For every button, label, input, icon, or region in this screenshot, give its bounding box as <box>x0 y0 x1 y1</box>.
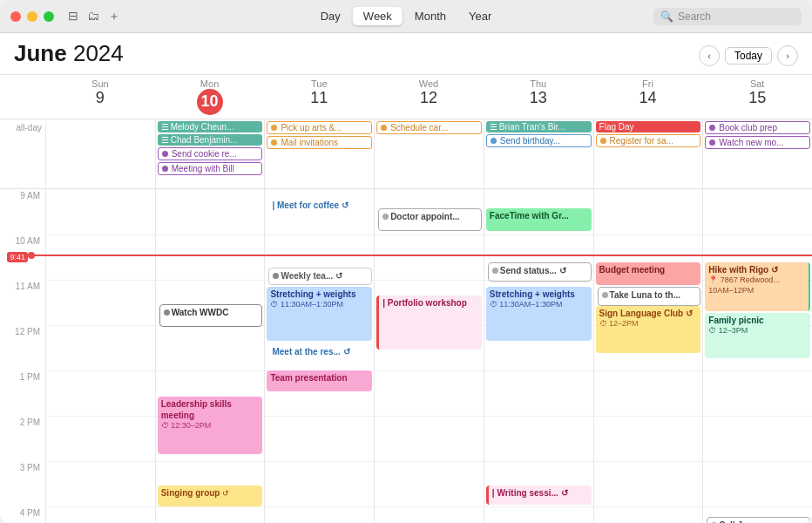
event-budget-meeting[interactable]: Budget meeting <box>596 262 701 285</box>
day-view-button[interactable]: Day <box>310 7 351 25</box>
day-col-tue: | Meet for coffee ↺ Weekly tea... ↺ Stre… <box>264 189 374 523</box>
calendar-dot-icon: ☰ <box>161 122 169 132</box>
day-header-thu: Thu 13 <box>484 75 593 119</box>
event-meet-at-res[interactable]: Meet at the res... ↺ <box>268 344 372 362</box>
titlebar-right: 🔍 Search <box>653 8 802 25</box>
time-label-3pm: 3 PM <box>0 461 45 506</box>
year-view-button[interactable]: Year <box>458 7 502 25</box>
current-time-indicator: 9:41 <box>0 248 812 263</box>
calendar-header: June 2024 ‹ Today › <box>0 33 812 75</box>
sidebar-toggle-icon[interactable]: ⊟ <box>68 9 78 24</box>
dot-icon <box>381 125 387 131</box>
allday-event[interactable]: Flag Day <box>596 121 701 132</box>
event-singing-group[interactable]: Singing group ↺ <box>158 486 263 506</box>
allday-event[interactable]: ☰ Chad Benjamin... <box>158 134 263 146</box>
dot-icon <box>162 166 168 172</box>
allday-event[interactable]: Watch new mo... <box>705 136 810 149</box>
event-watch-wwdc[interactable]: Watch WWDC <box>159 304 263 327</box>
allday-event[interactable]: Pick up arts &... <box>267 121 372 134</box>
hour-line <box>375 461 484 462</box>
hour-line <box>265 461 374 462</box>
hour-line <box>703 416 812 417</box>
event-stretching-weights-tue[interactable]: Stretching + weights ⏱ 11:30AM–1:30PM <box>267 287 372 341</box>
event-sign-language[interactable]: Sign Language Club ↺ ⏱ 12–2PM <box>596 306 701 353</box>
hour-line <box>265 234 374 235</box>
event-hike-with-rigo[interactable]: Hike with Rigo ↺ 📍 7867 Redwood... 10AM–… <box>705 262 810 311</box>
event-doctor-appoint[interactable]: Doctor appoint... <box>378 208 482 231</box>
zoom-button[interactable] <box>44 11 54 22</box>
event-send-status[interactable]: Send status... ↺ <box>488 262 592 282</box>
allday-thu: ☰ Brian Tran's Bir... Send birthday... <box>484 119 593 188</box>
event-stretching-weights-thu[interactable]: Stretching + weights ⏱ 11:30AM–1:30PM <box>486 287 592 341</box>
event-call-jenny[interactable]: Call Jenny <box>707 517 810 523</box>
day-col-mon: Watch WWDC Leadership skills meeting ⏱ 1… <box>155 189 265 523</box>
hour-line <box>156 461 265 462</box>
allday-event[interactable]: ☰ Brian Tran's Bir... <box>486 121 592 132</box>
hour-line <box>46 280 155 281</box>
hour-line <box>703 370 812 371</box>
event-family-picnic[interactable]: Family picnic ⏱ 12–3PM <box>705 313 810 358</box>
search-box[interactable]: 🔍 Search <box>653 8 802 25</box>
time-label-9am: 9 AM <box>0 189 45 234</box>
time-badge: 9:41 <box>7 252 28 262</box>
hour-line <box>156 280 265 281</box>
next-week-button[interactable]: › <box>777 45 798 66</box>
month-year-title: June 2024 <box>14 40 124 67</box>
hour-line <box>594 506 703 507</box>
week-view-button[interactable]: Week <box>353 7 403 25</box>
allday-mon: ☰ Melody Cheun... ☰ Chad Benjamin... Sen… <box>155 119 265 188</box>
allday-event[interactable]: Book club prep <box>705 121 810 134</box>
allday-sat: Book club prep Watch new mo... <box>702 119 812 188</box>
event-facetime[interactable]: FaceTime with Gr... <box>486 208 592 231</box>
titlebar: ⊟ 🗂 ＋ Day Week Month Year 🔍 Search <box>0 0 812 33</box>
event-team-presentation[interactable]: Team presentation <box>267 370 372 391</box>
event-meet-for-coffee[interactable]: | Meet for coffee ↺ <box>268 198 372 215</box>
calendar-window: ⊟ 🗂 ＋ Day Week Month Year 🔍 Search June … <box>0 0 812 523</box>
search-icon: 🔍 <box>660 10 673 23</box>
add-event-icon[interactable]: ＋ <box>108 9 120 24</box>
time-label-1pm: 1 PM <box>0 370 45 416</box>
event-dot <box>273 273 279 279</box>
allday-event[interactable]: Mail invitations <box>267 136 372 149</box>
allday-event[interactable]: Send cookie re... <box>158 147 263 160</box>
minimize-button[interactable] <box>27 11 37 22</box>
today-button[interactable]: Today <box>725 47 772 65</box>
event-leadership-meeting[interactable]: Leadership skills meeting ⏱ 12:30–2PM <box>158 397 263 454</box>
allday-event[interactable]: ☰ Melody Cheun... <box>158 121 263 132</box>
hour-line <box>375 234 484 235</box>
hour-line <box>594 370 703 371</box>
event-take-luna[interactable]: Take Luna to th... <box>598 287 701 306</box>
event-writing-session[interactable]: | Writing sessi... ↺ <box>486 486 592 505</box>
hour-line <box>484 234 593 235</box>
allday-event[interactable]: Send birthday... <box>486 134 592 147</box>
inbox-icon[interactable]: 🗂 <box>87 9 99 24</box>
dot-icon <box>271 125 277 131</box>
time-labels: 9 AM 10 AM 11 AM 12 PM 1 PM 2 PM 3 PM 4 … <box>0 189 45 523</box>
hour-line <box>703 461 812 462</box>
close-button[interactable] <box>10 11 21 22</box>
dot-icon <box>709 125 715 131</box>
day-headers: Sun 9 Mon 10 Tue 11 Wed 12 Thu 13 Fri 14… <box>0 75 812 119</box>
calendar-dot-icon: ☰ <box>161 135 169 145</box>
allday-wed: Schedule car... <box>374 119 484 188</box>
day-col-sun <box>45 189 155 523</box>
event-weekly-tea[interactable]: Weekly tea... ↺ <box>268 268 372 285</box>
hour-line <box>484 461 593 462</box>
time-label-12pm: 12 PM <box>0 325 45 370</box>
allday-event[interactable]: Schedule car... <box>376 121 482 134</box>
hour-line <box>594 461 703 462</box>
hour-line <box>484 370 593 371</box>
hour-line <box>265 416 374 417</box>
event-portfolio-workshop[interactable]: | Portfolio workshop <box>376 295 482 350</box>
month-view-button[interactable]: Month <box>404 7 457 25</box>
time-line <box>31 255 812 256</box>
allday-event[interactable]: Register for sa... <box>596 134 701 147</box>
allday-sun <box>45 119 155 188</box>
allday-event[interactable]: Meeting with Bill <box>158 162 263 175</box>
hour-line <box>703 234 812 235</box>
day-col-thu: FaceTime with Gr... Send status... ↺ Str… <box>484 189 593 523</box>
prev-week-button[interactable]: ‹ <box>699 45 720 66</box>
event-dot <box>382 214 389 220</box>
hour-line <box>484 416 593 417</box>
time-label-4pm: 4 PM <box>0 506 45 523</box>
